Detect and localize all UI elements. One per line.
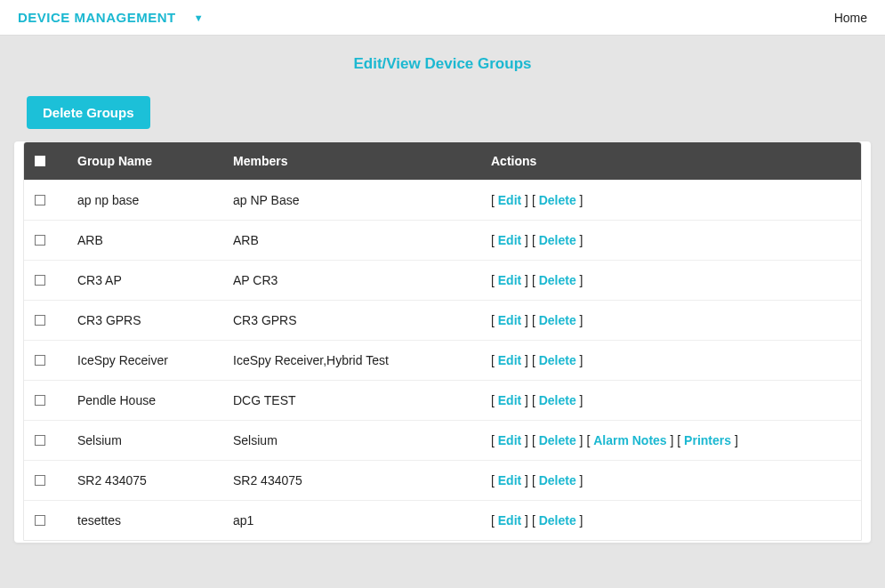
- bracket: ] [: [521, 473, 538, 487]
- delete-link[interactable]: Delete: [539, 313, 576, 327]
- row-group-name: SR2 434075: [68, 461, 224, 501]
- bracket: ]: [576, 273, 583, 287]
- row-checkbox[interactable]: [35, 275, 45, 286]
- delete-link[interactable]: Delete: [539, 273, 576, 287]
- edit-link[interactable]: Edit: [498, 233, 521, 247]
- row-actions: [ Edit ] [ Delete ]: [482, 181, 861, 221]
- row-group-name: ap np base: [68, 181, 224, 221]
- row-checkbox-cell: [24, 461, 68, 501]
- bracket: ]: [576, 313, 583, 327]
- row-members: SR2 434075: [224, 461, 482, 501]
- table-row: ARBARB[ Edit ] [ Delete ]: [24, 221, 861, 261]
- delete-groups-button[interactable]: Delete Groups: [27, 96, 150, 129]
- row-members: IceSpy Receiver,Hybrid Test: [224, 341, 482, 381]
- table-row: SelsiumSelsium[ Edit ] [ Delete ] [ Alar…: [24, 421, 861, 461]
- header-members: Members: [224, 142, 482, 181]
- home-link[interactable]: Home: [834, 11, 867, 25]
- row-checkbox-cell: [24, 181, 68, 221]
- edit-link[interactable]: Edit: [498, 313, 521, 327]
- row-checkbox[interactable]: [35, 395, 45, 406]
- table-row: tesettesap1[ Edit ] [ Delete ]: [24, 501, 861, 541]
- row-actions: [ Edit ] [ Delete ]: [482, 301, 861, 341]
- table-row: Pendle HouseDCG TEST[ Edit ] [ Delete ]: [24, 381, 861, 421]
- delete-link[interactable]: Delete: [539, 513, 576, 528]
- table-header-row: Group Name Members Actions: [24, 142, 861, 181]
- bracket: ]: [576, 233, 583, 247]
- bracket: [: [491, 193, 498, 207]
- edit-link[interactable]: Edit: [498, 353, 521, 367]
- row-actions: [ Edit ] [ Delete ]: [482, 221, 861, 261]
- table-row: SR2 434075SR2 434075[ Edit ] [ Delete ]: [24, 461, 861, 501]
- bracket: ] [: [521, 433, 538, 447]
- delete-link[interactable]: Delete: [539, 193, 576, 207]
- edit-link[interactable]: Edit: [498, 473, 521, 487]
- table-row: IceSpy ReceiverIceSpy Receiver,Hybrid Te…: [24, 341, 861, 381]
- row-checkbox-cell: [24, 341, 68, 381]
- row-actions: [ Edit ] [ Delete ]: [482, 381, 861, 421]
- delete-link[interactable]: Delete: [539, 393, 576, 407]
- header-actions: Actions: [482, 142, 861, 181]
- row-checkbox[interactable]: [35, 315, 45, 326]
- bracket: [: [491, 473, 498, 487]
- page-content: Edit/View Device Groups Delete Groups Gr…: [0, 36, 885, 543]
- bracket: ]: [576, 433, 583, 447]
- header-checkbox-cell: [24, 142, 68, 181]
- row-members: AP CR3: [224, 261, 482, 301]
- chevron-down-icon[interactable]: ▼: [194, 12, 204, 23]
- bracket: ]: [576, 473, 583, 487]
- bracket: ] [: [521, 313, 538, 327]
- row-actions: [ Edit ] [ Delete ]: [482, 461, 861, 501]
- bracket: [: [491, 393, 498, 407]
- delete-link[interactable]: Delete: [539, 433, 576, 447]
- row-checkbox[interactable]: [35, 435, 45, 446]
- bracket: ]: [576, 393, 583, 407]
- select-all-checkbox[interactable]: [35, 156, 45, 166]
- page-title: Edit/View Device Groups: [5, 36, 880, 96]
- alarm-notes-link[interactable]: Alarm Notes: [593, 433, 666, 447]
- bracket: [: [491, 273, 498, 287]
- row-checkbox[interactable]: [35, 355, 45, 366]
- header-group-name: Group Name: [68, 142, 224, 181]
- row-actions: [ Edit ] [ Delete ]: [482, 341, 861, 381]
- row-group-name: Selsium: [68, 421, 224, 461]
- delete-link[interactable]: Delete: [539, 473, 576, 487]
- edit-link[interactable]: Edit: [498, 433, 521, 447]
- bracket: [: [583, 433, 594, 447]
- row-actions: [ Edit ] [ Delete ] [ Alarm Notes ] [ Pr…: [482, 421, 861, 461]
- bracket: ] [: [521, 233, 538, 247]
- row-checkbox[interactable]: [35, 235, 45, 246]
- toolbar: Delete Groups: [5, 96, 880, 141]
- bracket: ] [: [521, 193, 538, 207]
- bracket: ]: [731, 433, 738, 447]
- row-members: ARB: [224, 221, 482, 261]
- row-members: Selsium: [224, 421, 482, 461]
- row-checkbox[interactable]: [35, 195, 45, 205]
- groups-table: Group Name Members Actions ap np baseap …: [24, 142, 861, 540]
- bracket: [: [491, 233, 498, 247]
- row-checkbox[interactable]: [35, 515, 45, 526]
- table-card: Group Name Members Actions ap np baseap …: [14, 141, 871, 543]
- printers-link[interactable]: Printers: [684, 433, 731, 447]
- row-checkbox-cell: [24, 301, 68, 341]
- row-group-name: IceSpy Receiver: [68, 341, 224, 381]
- groups-table-container: Group Name Members Actions ap np baseap …: [23, 141, 862, 541]
- delete-link[interactable]: Delete: [539, 353, 576, 367]
- edit-link[interactable]: Edit: [498, 193, 521, 207]
- table-row: ap np baseap NP Base[ Edit ] [ Delete ]: [24, 181, 861, 221]
- row-actions: [ Edit ] [ Delete ]: [482, 501, 861, 541]
- edit-link[interactable]: Edit: [498, 393, 521, 407]
- row-group-name: Pendle House: [68, 381, 224, 421]
- nav-title[interactable]: DEVICE MANAGEMENT: [18, 10, 176, 25]
- bracket: ]: [576, 353, 583, 367]
- bracket: [: [491, 313, 498, 327]
- edit-link[interactable]: Edit: [498, 513, 521, 528]
- row-checkbox-cell: [24, 261, 68, 301]
- edit-link[interactable]: Edit: [498, 273, 521, 287]
- top-nav-bar: DEVICE MANAGEMENT ▼ Home: [0, 0, 885, 36]
- row-checkbox[interactable]: [35, 475, 45, 486]
- bracket: [: [491, 513, 498, 528]
- delete-link[interactable]: Delete: [539, 233, 576, 247]
- bracket: [: [491, 353, 498, 367]
- row-checkbox-cell: [24, 421, 68, 461]
- row-checkbox-cell: [24, 381, 68, 421]
